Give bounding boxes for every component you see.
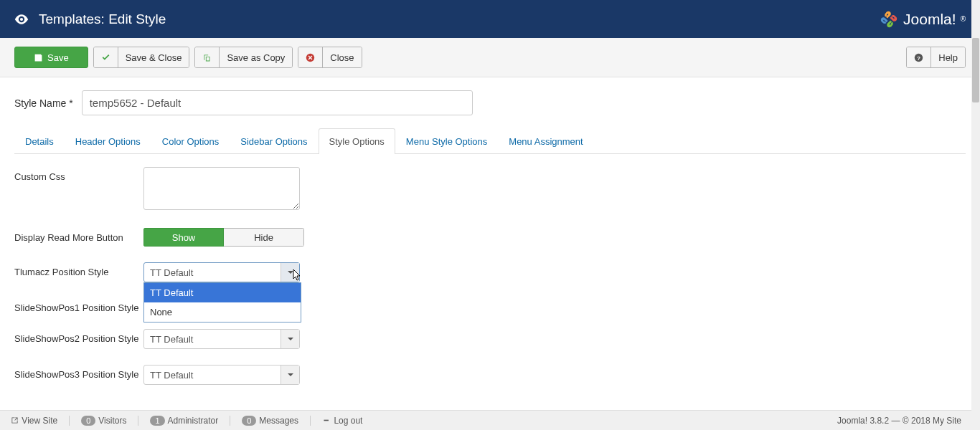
save-copy-label: Save as Copy: [220, 47, 292, 67]
status-bar: View Site 0Visitors 1Administrator 0Mess…: [0, 410, 971, 430]
tlumacz-select-value: TT Default: [144, 267, 281, 278]
read-more-label: Display Read More Button: [14, 228, 143, 247]
logout-icon: [322, 416, 331, 425]
tab-style-options[interactable]: Style Options: [319, 128, 395, 154]
view-site-link[interactable]: View Site: [10, 416, 57, 426]
tab-menu-style-options[interactable]: Menu Style Options: [395, 128, 498, 154]
app-header: Templates: Edit Style Joomla!®: [0, 0, 980, 38]
messages-badge: 0: [242, 416, 256, 426]
main-content: Style Name * Details Header Options Colo…: [0, 77, 980, 430]
page-title: Templates: Edit Style: [39, 11, 166, 27]
slideshow3-select-value: TT Default: [144, 370, 281, 381]
tlumacz-option-none[interactable]: None: [144, 302, 301, 322]
scroll-thumb[interactable]: [972, 38, 979, 102]
chevron-down-icon: [281, 330, 299, 348]
custom-css-input[interactable]: [143, 167, 300, 210]
joomla-logo-icon: [879, 9, 899, 29]
tab-bar: Details Header Options Color Options Sid…: [14, 128, 966, 154]
chevron-down-icon: [281, 263, 299, 282]
tlumacz-label: Tlumacz Position Style: [14, 262, 143, 282]
version-text: Joomla! 3.8.2 — © 2018 My Site: [837, 416, 961, 426]
tlumacz-option-ttdefault[interactable]: TT Default: [144, 283, 301, 302]
read-more-hide-button[interactable]: Hide: [224, 228, 304, 247]
slideshow1-label: SlideShowPos1 Position Style: [14, 298, 143, 313]
joomla-brand-text: Joomla!: [903, 11, 956, 28]
admin-stat[interactable]: 1Administrator: [150, 416, 218, 426]
tab-menu-assignment[interactable]: Menu Assignment: [498, 128, 593, 154]
tlumacz-dropdown: TT Default None: [143, 282, 301, 322]
save-close-button[interactable]: Save & Close: [93, 47, 190, 68]
slideshow2-select-value: TT Default: [144, 334, 281, 345]
save-button[interactable]: Save: [14, 47, 88, 68]
check-icon: [101, 53, 110, 62]
tab-color-options[interactable]: Color Options: [151, 128, 230, 154]
save-copy-button[interactable]: Save as Copy: [194, 47, 293, 68]
slideshow2-select[interactable]: TT Default: [143, 329, 300, 349]
cancel-icon: [306, 53, 315, 62]
joomla-logo: Joomla!®: [879, 9, 966, 29]
tab-details[interactable]: Details: [14, 128, 65, 154]
save-close-label: Save & Close: [118, 47, 189, 67]
view-site-label: View Site: [22, 416, 57, 426]
close-label: Close: [323, 47, 361, 67]
messages-stat[interactable]: 0Messages: [242, 416, 298, 426]
custom-css-label: Custom Css: [14, 167, 143, 212]
svg-text:?: ?: [917, 54, 920, 61]
admin-badge: 1: [150, 416, 164, 426]
save-button-label: Save: [47, 52, 69, 63]
slideshow3-select[interactable]: TT Default: [143, 365, 300, 385]
svg-point-0: [20, 17, 23, 20]
visitors-stat[interactable]: 0Visitors: [81, 416, 126, 426]
slideshow2-label: SlideShowPos2 Position Style: [14, 329, 143, 349]
tab-header-options[interactable]: Header Options: [65, 128, 151, 154]
external-link-icon: [10, 416, 19, 425]
style-name-input[interactable]: [82, 90, 473, 115]
help-button[interactable]: ? Help: [906, 47, 966, 68]
style-name-label: Style Name *: [14, 97, 73, 109]
vertical-scrollbar[interactable]: [971, 0, 980, 430]
help-icon: ?: [914, 53, 923, 62]
visitors-badge: 0: [81, 416, 95, 426]
action-toolbar: Save Save & Close Save as Copy Close ? H…: [0, 38, 980, 77]
slideshow3-label: SlideShowPos3 Position Style: [14, 365, 143, 385]
chevron-down-icon: [281, 366, 299, 384]
help-label: Help: [931, 47, 965, 67]
tab-sidebar-options[interactable]: Sidebar Options: [230, 128, 318, 154]
read-more-show-button[interactable]: Show: [143, 228, 224, 247]
logout-link[interactable]: Log out: [322, 416, 362, 426]
logout-label: Log out: [334, 416, 362, 426]
copy-icon: [202, 53, 212, 62]
read-more-toggle: Show Hide: [143, 228, 304, 247]
eye-icon: [14, 14, 29, 24]
tlumacz-select[interactable]: TT Default TT Default None: [143, 262, 300, 282]
close-button[interactable]: Close: [298, 47, 362, 68]
apply-icon: [34, 53, 43, 62]
